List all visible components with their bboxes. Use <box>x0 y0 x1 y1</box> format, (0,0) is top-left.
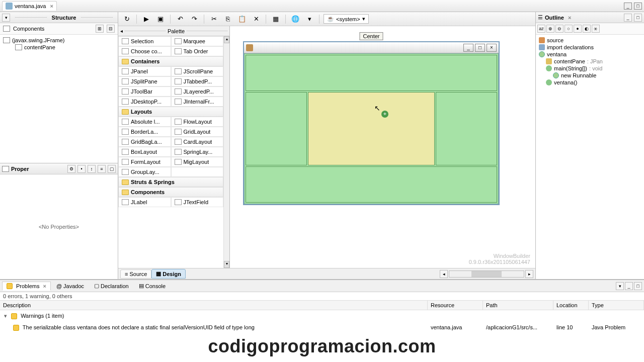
outline-node[interactable]: import declarations <box>539 44 641 51</box>
palette-item[interactable]: JInternalFr... <box>171 97 224 107</box>
palette-item[interactable]: JPanel <box>118 66 171 76</box>
palette-category[interactable]: Components <box>118 187 223 197</box>
outline-node[interactable]: main(String[]) : void <box>539 65 641 72</box>
form-close-button[interactable]: × <box>487 44 497 52</box>
form-maximize-button[interactable]: □ <box>475 44 485 52</box>
prop-btn-2[interactable]: • <box>77 165 86 173</box>
palette-item[interactable]: JToolBar <box>118 86 171 97</box>
problems-group-row[interactable]: ▾ Warnings (1 item) <box>0 310 644 322</box>
col-path[interactable]: Path <box>483 301 553 310</box>
outline-filter-4[interactable]: ● <box>574 25 582 33</box>
outline-filter-5[interactable]: ◐ <box>583 25 591 33</box>
col-description[interactable]: Description <box>0 301 428 310</box>
palette-item[interactable]: JSplitPane <box>118 76 171 86</box>
outline-filter-2[interactable]: ⊖ <box>555 25 564 33</box>
problem-row[interactable]: The serializable class ventana does not … <box>0 322 644 333</box>
col-location[interactable]: Location <box>553 301 589 310</box>
region-west[interactable] <box>246 92 307 165</box>
palette-collapse-button[interactable]: ◂ <box>120 28 123 34</box>
outline-node[interactable]: contentPane : JPan <box>539 58 641 65</box>
palette-item[interactable]: JLayeredP... <box>171 86 224 97</box>
palette-item[interactable] <box>171 167 224 177</box>
palette-item[interactable]: GridLayout <box>171 127 224 137</box>
delete-button[interactable]: ✕ <box>251 14 262 25</box>
tree-node-contentpane[interactable]: contentPane <box>3 44 115 51</box>
expand-icon[interactable]: ▾ <box>3 313 8 319</box>
prop-btn-3[interactable]: ↕ <box>88 165 96 173</box>
palette-category[interactable]: Layouts <box>118 107 223 117</box>
outline-close-icon[interactable]: × <box>568 15 571 21</box>
palette-tool[interactable]: Tab Order <box>171 46 224 56</box>
outline-node[interactable]: source <box>539 37 641 44</box>
palette-tool[interactable]: Selection <box>118 36 171 46</box>
refresh-button[interactable]: ↻ <box>121 14 132 25</box>
palette-item[interactable]: FlowLayout <box>171 117 224 127</box>
form-window[interactable]: Center _ □ × <box>243 41 500 205</box>
expand-all-button[interactable]: ⊞ <box>96 25 104 33</box>
outline-min-button[interactable]: _ <box>624 14 632 22</box>
hscroll-track[interactable] <box>449 270 524 278</box>
outline-filter-1[interactable]: ⊕ <box>546 25 554 33</box>
collapse-icon[interactable]: ▾ <box>2 14 10 22</box>
palette-item[interactable]: JTextField <box>171 197 224 207</box>
tab-design[interactable]: ▦ Design <box>151 269 186 279</box>
form-minimize-button[interactable]: _ <box>463 44 473 52</box>
undo-button[interactable]: ↶ <box>175 14 186 25</box>
tab-problems[interactable]: Problems × <box>2 282 51 291</box>
region-east[interactable] <box>436 92 497 165</box>
tab-source[interactable]: ≡ Source <box>120 269 151 279</box>
palette-item[interactable]: SpringLay... <box>171 147 224 157</box>
scroll-down-button[interactable]: ▾ <box>224 261 229 268</box>
test-button[interactable]: ▶ <box>141 14 152 25</box>
prop-btn-4[interactable]: ≡ <box>98 165 106 173</box>
region-north[interactable] <box>246 55 497 91</box>
outline-node[interactable]: ventana <box>539 51 641 58</box>
problems-max-button[interactable]: □ <box>634 282 642 290</box>
components-tree[interactable]: (javax.swing.JFrame) contentPane <box>0 35 118 163</box>
copy-button[interactable]: ⎘ <box>222 14 233 25</box>
palette-tool[interactable]: Choose co... <box>118 46 171 56</box>
content-pane[interactable]: ↖ + <box>244 53 499 204</box>
prop-btn-5[interactable]: ▢ <box>108 165 116 173</box>
palette-scrollbar[interactable]: ▴ ▾ <box>223 36 229 268</box>
maximize-button[interactable]: □ <box>634 3 642 10</box>
tab-declaration[interactable]: ▢ Declaration <box>90 281 133 291</box>
palette-item[interactable]: GroupLay... <box>118 167 171 177</box>
palette-item[interactable]: CardLayout <box>171 137 224 147</box>
palette-item[interactable]: MigLayout <box>171 157 224 167</box>
globe-button[interactable]: 🌐 <box>290 14 301 25</box>
cut-button[interactable]: ✂ <box>208 14 219 25</box>
palette-category[interactable]: Struts & Springs <box>118 177 223 187</box>
minimize-button[interactable]: _ <box>624 3 632 10</box>
palette-item[interactable]: FormLayout <box>118 157 171 167</box>
scroll-up-button[interactable]: ▴ <box>224 36 229 43</box>
outline-node[interactable]: new Runnable <box>539 72 641 79</box>
tree-node-jframe[interactable]: (javax.swing.JFrame) <box>3 37 115 44</box>
region-south[interactable] <box>246 166 497 203</box>
col-type[interactable]: Type <box>589 301 644 310</box>
outline-max-button[interactable]: □ <box>634 14 642 22</box>
layout-button[interactable]: ▦ <box>270 14 281 25</box>
palette-tool[interactable]: Marquee <box>171 36 224 46</box>
design-canvas[interactable]: Center _ □ × <box>230 26 535 268</box>
outline-sort-button[interactable]: az <box>537 25 545 33</box>
system-dropdown[interactable]: ☕ <system> ▾ <box>324 14 369 24</box>
tab-javadoc[interactable]: @ Javadoc <box>52 282 89 291</box>
outline-node[interactable]: ventana() <box>539 79 641 86</box>
hscroll-right-button[interactable]: ▸ <box>525 270 533 278</box>
redo-button[interactable]: ↷ <box>189 14 200 25</box>
region-center[interactable] <box>308 92 435 165</box>
palette-item[interactable]: GridBagLa... <box>118 137 171 147</box>
preview-button[interactable]: ▣ <box>155 14 166 25</box>
editor-tab[interactable]: ventana.java × <box>2 1 57 11</box>
prop-btn-1[interactable]: ⚙ <box>67 165 75 173</box>
palette-item[interactable]: BorderLa... <box>118 127 171 137</box>
collapse-all-button[interactable]: ⊟ <box>107 25 115 33</box>
col-resource[interactable]: Resource <box>428 301 483 310</box>
palette-item[interactable]: JScrollPane <box>171 66 224 76</box>
palette-item[interactable]: BoxLayout <box>118 147 171 157</box>
outline-tree[interactable]: sourceimport declarationsventanacontentP… <box>536 35 644 279</box>
palette-item[interactable]: JTabbedP... <box>171 76 224 86</box>
palette-item[interactable]: JLabel <box>118 197 171 207</box>
hscroll-left-button[interactable]: ◂ <box>440 270 448 278</box>
